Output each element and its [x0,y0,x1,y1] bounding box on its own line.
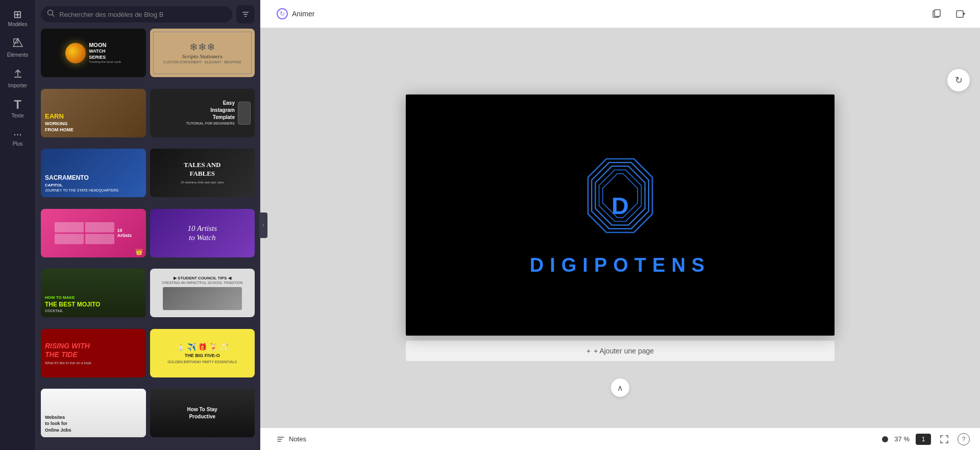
importer-icon [12,68,23,81]
top-toolbar: ↻ Animer [260,0,980,28]
elements-icon [12,37,23,50]
scripts-inner: ❄❄❄ Scripto Stationers CUSTOM STATIONERY… [153,32,252,74]
template-card-artists-pink[interactable]: 10Artists 👑 [41,209,146,257]
canvas-container: D DIGIPOTENS + + Ajouter une page [406,94,835,361]
tales-text: TALES ANDFABLES 25 timeless folk and epi… [181,161,224,185]
add-page-label: + Ajouter une page [594,347,654,355]
sidebar-item-texte[interactable]: T Texte [3,94,33,123]
toolbar-right [927,5,970,23]
rising-sub: What it's like to live on a boat [45,361,142,365]
template-card-tales[interactable]: TALES ANDFABLES 25 timeless folk and epi… [150,149,255,197]
zoom-text: 37 % [894,435,910,443]
template-card-instagram[interactable]: EasyInstagramTemplate TUTORIAL FOR BEGIN… [150,89,255,137]
sidebar-item-plus[interactable]: ··· Plus [3,125,33,151]
help-button[interactable]: ? [958,433,970,445]
plus-icon: ··· [13,129,22,139]
student-title: ▶ STUDENT COUNCIL TIPS ◀CREATING AN IMPA… [162,276,243,285]
rising-text: RISING WITHTHE TIDE [45,342,142,359]
templates-grid: MOON WATCH SERIES Tracking the lunar cyc… [36,29,260,450]
left-sidebar: ⊞ Modèles Éléments Importer T Texte ··· … [0,0,36,450]
howstay-text: How To StayProductive [187,406,217,420]
svg-line-5 [53,15,55,17]
template-card-rising[interactable]: RISING WITHTHE TIDE What it's like to li… [41,329,146,377]
logo-container: D DIGIPOTENS [530,154,710,276]
template-card-student[interactable]: ▶ STUDENT COUNCIL TIPS ◀CREATING AN IMPA… [150,269,255,317]
zoom-dot [882,436,888,442]
canvas-area: ↻ [260,28,980,428]
moon-text: MOON WATCH SERIES Tracking the lunar cyc… [89,41,121,64]
scroll-up-button[interactable]: ∧ [611,378,629,397]
animate-button[interactable]: ↻ Animer [271,5,321,22]
modeles-icon: ⊞ [13,9,22,19]
main-area: ↻ Animer ↻ [260,0,980,450]
sidebar-item-label-modeles: Modèles [8,21,28,27]
template-card-bigfive[interactable]: 🕯️ ✈️ 🎁 🍹 🥂 THE BIG FIVE-O GOLDEN BIRTHD… [150,329,255,377]
template-card-sacramento[interactable]: SACRAMENTO CAPITOL JOURNEY TO THE STATE … [41,149,146,197]
insta-phone [238,102,251,125]
howto-text: HOW TO MAKE THE BEST MOJITO COCKTAIL [45,295,142,313]
sidebar-item-importer[interactable]: Importer [3,64,33,92]
brand-name: DIGIPOTENS [530,254,710,276]
search-input[interactable] [59,11,226,18]
page-indicator: 1 [916,434,931,445]
insta-text: EasyInstagramTemplate TUTORIAL FOR BEGIN… [186,100,235,126]
template-card-earn[interactable]: EARN WORKING FROM HOME [41,89,146,137]
bigfive-text: THE BIG FIVE-O [185,353,220,358]
bottom-right: 37 % 1 ? [882,432,970,446]
artists-pink-text: 10Artists [117,228,132,238]
svg-rect-11 [957,11,963,17]
notes-label: Notes [289,435,306,443]
svg-rect-10 [935,10,940,16]
websites-text: Websitesto look forOnline Jobs [45,414,142,434]
texte-icon: T [14,99,21,111]
template-card-howstay[interactable]: How To StayProductive [150,389,255,437]
add-page-icon: + [586,347,591,355]
bigfive-icons: 🕯️ ✈️ 🎁 🍹 🥂 [177,343,228,351]
template-card-scripts[interactable]: ❄❄❄ Scripto Stationers CUSTOM STATIONERY… [150,29,255,77]
notes-button[interactable]: Notes [271,432,312,446]
sidebar-item-label-texte: Texte [12,113,24,119]
octagon-wrapper: D [574,154,666,246]
add-page-button[interactable]: + + Ajouter une page [406,341,835,361]
svg-text:D: D [611,192,629,219]
sidebar-item-label-elements: Éléments [7,52,29,58]
search-input-wrapper[interactable] [41,6,232,22]
search-bar [36,0,260,29]
fullscreen-button[interactable] [937,432,951,446]
scripts-title: Scripto Stationers [158,53,248,59]
sidebar-item-label-importer: Importer [8,83,27,88]
duplicate-page-button[interactable] [927,5,945,23]
sidebar-item-elements[interactable]: Éléments [3,33,33,62]
moon-circle [65,43,86,63]
search-icon [47,9,55,19]
filter-button[interactable] [236,5,255,23]
panel-collapse-button[interactable]: ‹ [259,212,267,238]
template-card-artists-purple[interactable]: 10 Artiststo Watch [150,209,255,257]
earn-text: EARN WORKING FROM HOME [45,112,74,133]
template-card-websites[interactable]: Websitesto look forOnline Jobs [41,389,146,437]
add-slide-button[interactable] [951,5,970,23]
animate-icon: ↻ [277,8,288,19]
artists-purple-text: 10 Artiststo Watch [187,224,217,242]
canvas-slide[interactable]: D DIGIPOTENS [406,94,835,336]
template-card-moon[interactable]: MOON WATCH SERIES Tracking the lunar cyc… [41,29,146,77]
bigfive-sub: GOLDEN BIRTHDAY PARTY ESSENTIALS [167,360,237,364]
animate-label: Animer [292,10,314,18]
sacramento-text: SACRAMENTO CAPITOL JOURNEY TO THE STATE … [45,174,118,193]
templates-panel: MOON WATCH SERIES Tracking the lunar cyc… [36,0,260,450]
bottom-toolbar: Notes 37 % 1 ? [260,428,980,450]
student-photo [163,287,242,310]
refresh-button[interactable]: ↻ [947,69,970,91]
sidebar-item-label-plus: Plus [13,141,22,147]
sidebar-item-modeles[interactable]: ⊞ Modèles [3,5,33,31]
template-card-howto[interactable]: HOW TO MAKE THE BEST MOJITO COCKTAIL [41,269,146,317]
